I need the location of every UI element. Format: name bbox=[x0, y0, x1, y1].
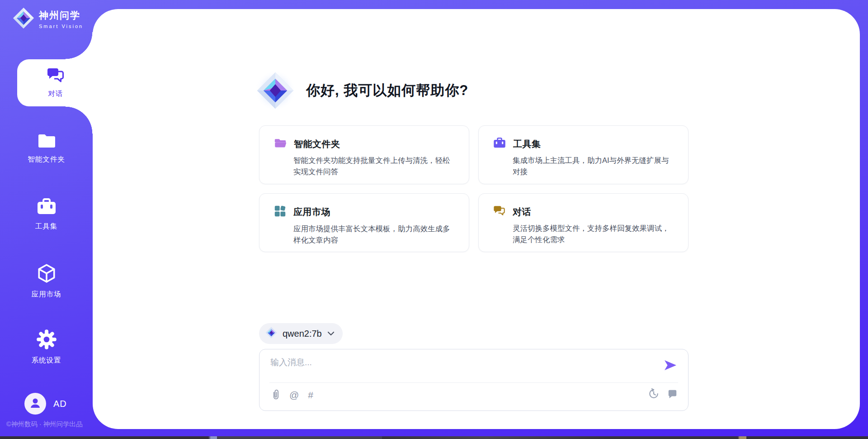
diamond-logo-icon bbox=[256, 72, 294, 110]
sidebar-item-label: 应用市场 bbox=[32, 290, 61, 299]
mention-icon[interactable]: @ bbox=[289, 389, 299, 401]
speech-bubble-icon bbox=[667, 389, 677, 401]
chat-icon bbox=[47, 67, 65, 86]
sidebar-item-label: 工具集 bbox=[35, 222, 58, 231]
card-description: 应用市场提供丰富长文本模板，助力高效生成多样化文章内容 bbox=[293, 223, 456, 246]
avatar bbox=[24, 393, 46, 415]
user-profile[interactable]: AD bbox=[24, 393, 67, 415]
sidebar-footer: ©神州数码 · 神州问学出品 bbox=[6, 420, 90, 429]
message-input[interactable] bbox=[270, 357, 655, 377]
composer-divider bbox=[269, 382, 678, 383]
card-title: 对话 bbox=[513, 206, 531, 218]
chevron-down-icon bbox=[327, 329, 335, 338]
tab-flare-bottom bbox=[66, 106, 93, 134]
greeting: 你好, 我可以如何帮助你? bbox=[256, 72, 468, 110]
card-title: 应用市场 bbox=[293, 206, 330, 218]
folder-icon bbox=[37, 132, 57, 151]
sidebar-item-label: 对话 bbox=[48, 89, 63, 99]
history-button[interactable] bbox=[648, 388, 659, 401]
sidebar-item-toolset[interactable]: 工具集 bbox=[0, 198, 93, 231]
greeting-title: 你好, 我可以如何帮助你? bbox=[306, 81, 468, 100]
brand-subtitle: Smart Vision bbox=[39, 24, 83, 29]
composer-toolbar: @ # bbox=[271, 388, 313, 402]
tab-flare-top bbox=[66, 32, 93, 59]
sidebar: 神州问学 Smart Vision 对话 智能文件夹 bbox=[0, 0, 93, 439]
card-description: 智能文件夹功能支持批量文件上传与清洗，轻松实现文件问答 bbox=[293, 155, 456, 177]
history-icon bbox=[648, 388, 659, 401]
diamond-logo-icon bbox=[13, 7, 34, 31]
feature-cards: 智能文件夹 智能文件夹功能支持批量文件上传与清洗，轻松实现文件问答 工具集 集成… bbox=[259, 125, 689, 252]
chat-icon bbox=[493, 205, 505, 219]
sidebar-item-smart-folder[interactable]: 智能文件夹 bbox=[0, 132, 93, 164]
gear-icon bbox=[36, 329, 57, 352]
composer-actions bbox=[648, 388, 677, 401]
card-toolset[interactable]: 工具集 集成市场上主流工具，助力AI与外界无缝扩展与对接 bbox=[478, 125, 689, 184]
card-app-market[interactable]: 应用市场 应用市场提供丰富长文本模板，助力高效生成多样化文章内容 bbox=[259, 193, 469, 252]
app-grid-icon bbox=[274, 205, 286, 219]
taskbar-edge bbox=[0, 436, 868, 439]
quick-reply-button[interactable] bbox=[667, 389, 677, 401]
card-description: 集成市场上主流工具，助力AI与外界无缝扩展与对接 bbox=[513, 155, 675, 177]
sidebar-item-label: 智能文件夹 bbox=[28, 155, 65, 164]
attach-button[interactable] bbox=[271, 388, 280, 402]
send-button[interactable] bbox=[664, 359, 678, 372]
cube-icon bbox=[36, 263, 57, 286]
person-icon bbox=[28, 396, 42, 411]
sidebar-item-label: 系统设置 bbox=[32, 356, 61, 365]
brand: 神州问学 Smart Vision bbox=[13, 7, 83, 31]
card-title: 智能文件夹 bbox=[294, 138, 340, 150]
model-name: qwen2:7b bbox=[283, 329, 322, 339]
briefcase-icon bbox=[493, 137, 506, 151]
card-smart-folder[interactable]: 智能文件夹 智能文件夹功能支持批量文件上传与清洗，轻松实现文件问答 bbox=[259, 125, 469, 184]
sidebar-item-settings[interactable]: 系统设置 bbox=[0, 329, 93, 365]
card-description: 灵活切换多模型文件，支持多样回复效果调试，满足个性化需求 bbox=[513, 223, 675, 245]
card-chat[interactable]: 对话 灵活切换多模型文件，支持多样回复效果调试，满足个性化需求 bbox=[478, 193, 689, 252]
topic-hash-icon[interactable]: # bbox=[308, 389, 313, 401]
composer: @ # bbox=[259, 349, 689, 411]
app-root: 神州问学 Smart Vision 对话 智能文件夹 bbox=[0, 0, 868, 439]
paperclip-icon bbox=[271, 388, 280, 402]
diamond-logo-icon bbox=[265, 327, 277, 340]
sidebar-item-app-market[interactable]: 应用市场 bbox=[0, 263, 93, 299]
card-title: 工具集 bbox=[513, 138, 541, 150]
model-selector[interactable]: qwen2:7b bbox=[259, 323, 343, 344]
user-initials: AD bbox=[53, 399, 67, 409]
sidebar-item-chat[interactable]: 对话 bbox=[17, 59, 94, 106]
brand-name: 神州问学 bbox=[39, 9, 83, 22]
briefcase-icon bbox=[37, 198, 57, 218]
open-folder-icon bbox=[274, 137, 287, 151]
